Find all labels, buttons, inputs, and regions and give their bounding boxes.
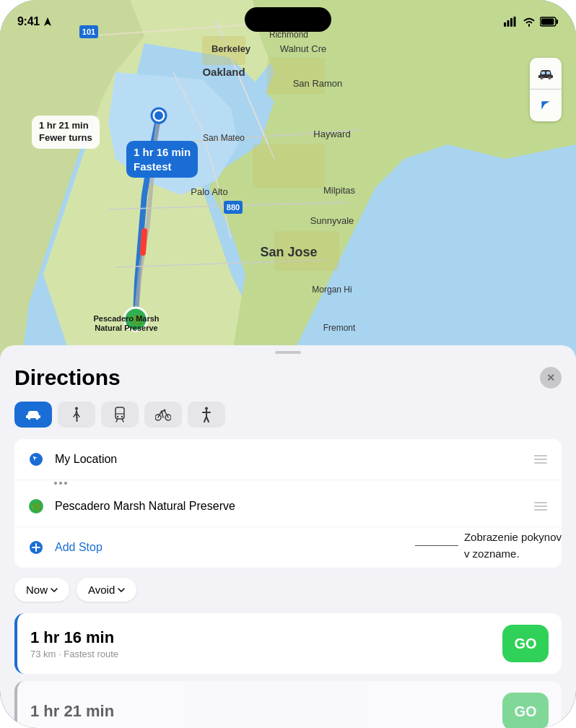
annotation: Zobrazenie pokynovv zozname. bbox=[415, 529, 562, 562]
svg-text:🌿: 🌿 bbox=[31, 501, 42, 512]
svg-text:San Jose: San Jose bbox=[260, 245, 317, 259]
svg-rect-15 bbox=[253, 144, 325, 188]
svg-rect-43 bbox=[541, 72, 545, 74]
now-filter-label: Now bbox=[26, 584, 48, 596]
svg-rect-2 bbox=[507, 20, 510, 27]
status-icons bbox=[504, 17, 559, 27]
dynamic-island bbox=[245, 7, 331, 32]
svg-rect-7 bbox=[541, 19, 554, 25]
svg-text:Oakland: Oakland bbox=[202, 66, 245, 78]
tab-walk[interactable] bbox=[58, 402, 95, 428]
fastest-route-label[interactable]: 1 hr 16 min Fastest bbox=[126, 141, 198, 178]
fastest-route-time: 1 hr 16 min bbox=[134, 145, 191, 160]
destination-reorder[interactable] bbox=[531, 499, 550, 514]
car-tab-icon bbox=[25, 409, 41, 420]
svg-text:Berkeley: Berkeley bbox=[211, 43, 251, 54]
annotation-text: Zobrazenie pokynovv zozname. bbox=[464, 529, 562, 562]
svg-text:Fremont: Fremont bbox=[323, 323, 356, 333]
svg-text:Palo Alto: Palo Alto bbox=[191, 186, 227, 197]
location-arrow-icon bbox=[538, 98, 553, 113]
svg-rect-3 bbox=[510, 18, 512, 27]
tab-bike[interactable] bbox=[144, 402, 182, 428]
fastest-route-tag: Fastest bbox=[134, 160, 191, 174]
transport-tabs bbox=[14, 402, 562, 428]
tab-accessibility[interactable] bbox=[188, 402, 225, 428]
destination-text: Pescadero Marsh Natural Preserve bbox=[55, 500, 523, 513]
fewer-turns-route-result: 1 hr 21 min GO bbox=[14, 681, 562, 728]
map-controls bbox=[530, 58, 562, 121]
chevron-down-icon bbox=[51, 588, 58, 592]
directions-title: Directions bbox=[14, 365, 121, 390]
annotation-line bbox=[415, 545, 458, 546]
svg-line-53 bbox=[122, 419, 123, 422]
fastest-route-result: 1 hr 16 min 73 km · Fastest route GO bbox=[14, 613, 562, 674]
svg-marker-0 bbox=[44, 17, 51, 26]
svg-point-57 bbox=[205, 407, 208, 410]
origin-text: My Location bbox=[55, 453, 523, 466]
svg-text:Morgan Hi: Morgan Hi bbox=[312, 285, 352, 295]
map-svg: 🌿 880 101 Berkeley Walnut Cre Oakland Sa… bbox=[0, 0, 576, 361]
plus-circle-icon bbox=[28, 540, 44, 555]
signal-icon bbox=[504, 17, 518, 27]
svg-rect-48 bbox=[115, 407, 124, 419]
car-view-button[interactable] bbox=[530, 58, 562, 90]
svg-text:Hayward: Hayward bbox=[313, 129, 350, 139]
close-button[interactable]: ✕ bbox=[540, 367, 562, 389]
filter-row: Now Avoid bbox=[14, 578, 562, 602]
origin-waypoint[interactable]: My Location bbox=[14, 439, 562, 480]
chevron-down-icon-2 bbox=[118, 588, 125, 592]
svg-text:San Mateo: San Mateo bbox=[203, 133, 245, 143]
svg-text:Sunnyvale: Sunnyvale bbox=[310, 215, 354, 226]
sheet-header: Directions ✕ bbox=[14, 365, 562, 390]
location-center-button[interactable] bbox=[530, 90, 562, 121]
map-area: 🌿 880 101 Berkeley Walnut Cre Oakland Sa… bbox=[0, 0, 576, 361]
svg-point-51 bbox=[121, 416, 123, 417]
go-button-fewer-turns[interactable]: GO bbox=[502, 693, 549, 728]
avoid-filter-button[interactable]: Avoid bbox=[77, 578, 136, 602]
svg-point-46 bbox=[36, 417, 39, 420]
svg-text:San Ramon: San Ramon bbox=[293, 78, 343, 89]
fewer-turns-route-label[interactable]: 1 hr 21 min Fewer turns bbox=[32, 116, 100, 149]
svg-text:•: • bbox=[291, 252, 293, 259]
walk-tab-icon bbox=[71, 407, 82, 422]
origin-reorder[interactable] bbox=[531, 452, 550, 467]
fewer-turns-route-time: 1 hr 21 min bbox=[39, 120, 92, 132]
fewer-turns-route-tag: Fewer turns bbox=[39, 132, 92, 144]
svg-point-50 bbox=[117, 416, 118, 417]
fastest-route-info: 1 hr 16 min 73 km · Fastest route bbox=[30, 628, 502, 659]
go-button-fastest[interactable]: GO bbox=[502, 625, 549, 662]
svg-point-42 bbox=[549, 77, 551, 79]
location-icon bbox=[43, 17, 53, 27]
svg-rect-1 bbox=[504, 22, 506, 27]
svg-point-47 bbox=[75, 407, 78, 410]
svg-text:880: 880 bbox=[227, 203, 240, 212]
svg-point-56 bbox=[164, 410, 166, 412]
destination-pin-icon: 🌿 bbox=[27, 498, 45, 515]
transit-tab-icon bbox=[113, 407, 126, 422]
now-filter-button[interactable]: Now bbox=[14, 578, 69, 602]
phone-frame: 9:41 bbox=[0, 0, 576, 728]
fastest-route-detail: 73 km · Fastest route bbox=[30, 649, 502, 659]
svg-text:Pescadero Marsh: Pescadero Marsh bbox=[93, 314, 159, 323]
tab-car[interactable] bbox=[14, 402, 52, 428]
svg-point-18 bbox=[154, 111, 163, 120]
origin-icon bbox=[26, 449, 46, 469]
fewer-turns-route-info: 1 hr 21 min bbox=[30, 702, 502, 721]
svg-text:Milpitas: Milpitas bbox=[323, 185, 356, 196]
avoid-filter-label: Avoid bbox=[88, 584, 115, 596]
status-time: 9:41 bbox=[17, 15, 40, 28]
destination-waypoint[interactable]: 🌿 Pescadero Marsh Natural Preserve bbox=[14, 486, 562, 527]
svg-rect-6 bbox=[557, 20, 559, 24]
fastest-route-time-label: 1 hr 16 min bbox=[30, 628, 502, 647]
svg-point-62 bbox=[30, 453, 43, 466]
destination-icon: 🌿 bbox=[26, 496, 46, 516]
fewer-turns-route-time-label: 1 hr 21 min bbox=[30, 702, 502, 721]
battery-icon bbox=[540, 17, 559, 27]
wifi-icon bbox=[523, 17, 536, 27]
svg-line-61 bbox=[206, 417, 209, 422]
svg-rect-4 bbox=[514, 17, 516, 27]
bike-tab-icon bbox=[155, 408, 171, 421]
svg-point-45 bbox=[28, 417, 31, 420]
svg-text:Natural Preserve: Natural Preserve bbox=[95, 324, 157, 332]
tab-transit[interactable] bbox=[101, 402, 139, 428]
